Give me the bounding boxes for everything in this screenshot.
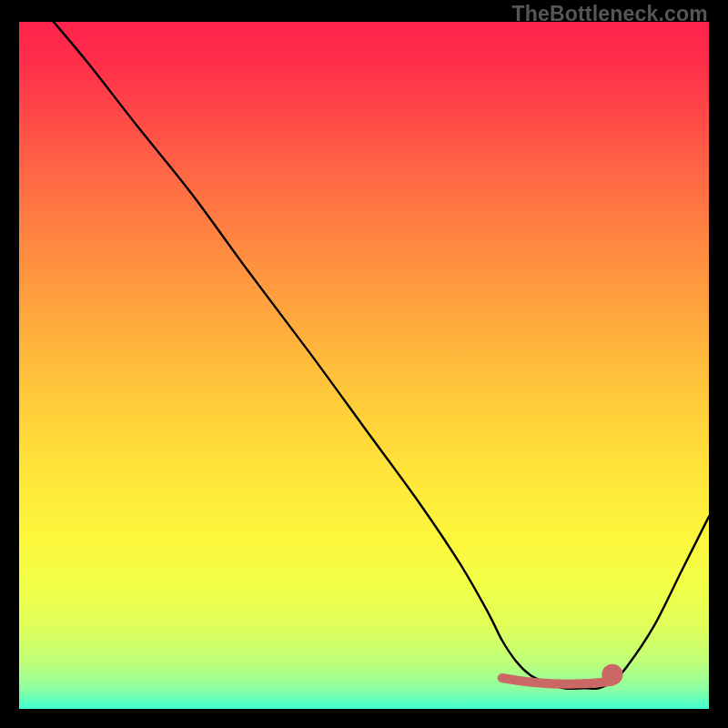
chart-frame: TheBottleneck.com bbox=[0, 0, 728, 728]
bottleneck-curve bbox=[54, 22, 709, 689]
marker-band bbox=[502, 678, 612, 684]
watermark-text: TheBottleneck.com bbox=[511, 2, 708, 26]
marker-end-dot bbox=[602, 664, 622, 685]
chart-svg bbox=[19, 22, 709, 709]
